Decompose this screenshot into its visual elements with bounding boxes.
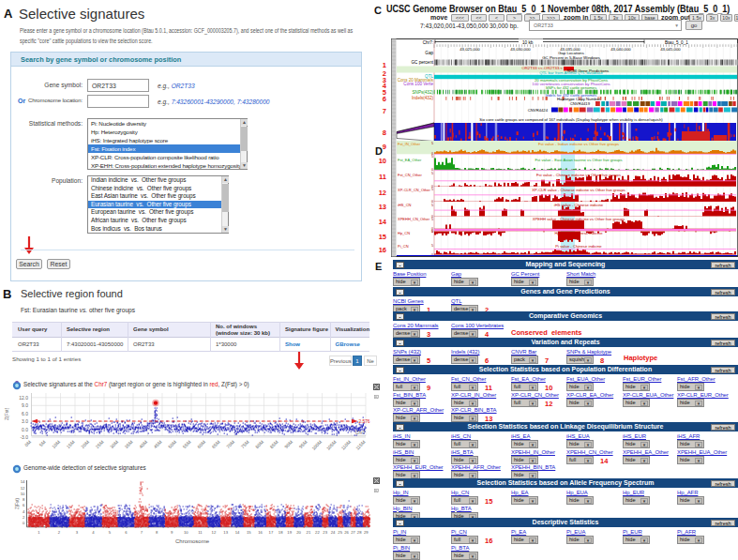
svg-text:14: 14 bbox=[21, 479, 25, 484]
svg-text:XP-CLR_CN_Other: XP-CLR_CN_Other bbox=[398, 188, 431, 192]
svg-text:100M: 100M bbox=[310, 439, 323, 451]
svg-text:12: 12 bbox=[21, 486, 25, 491]
svg-text:0.0: 0.0 bbox=[22, 427, 28, 432]
svg-text:iHS_CN: iHS_CN bbox=[398, 203, 412, 207]
svg-text:0: 0 bbox=[23, 521, 25, 525]
svg-text:4: 4 bbox=[23, 509, 25, 514]
svg-text:85M: 85M bbox=[269, 439, 279, 449]
svg-text:65M: 65M bbox=[211, 439, 221, 449]
svg-text:0M: 0M bbox=[23, 439, 32, 447]
svg-text:11: 11 bbox=[198, 530, 203, 535]
svg-text:12: 12 bbox=[212, 530, 217, 535]
svg-text:GC Percent in 5-Base Windows: GC Percent in 5-Base Windows bbox=[542, 55, 601, 60]
svg-text:105M: 105M bbox=[325, 439, 338, 451]
svg-text:35M: 35M bbox=[124, 439, 134, 449]
svg-text:19: 19 bbox=[287, 530, 292, 535]
svg-text:Fst value - East Asian taurine: Fst value - East Asian taurine vs Other … bbox=[535, 158, 622, 162]
svg-text:1: 1 bbox=[38, 530, 40, 535]
svg-text:70M: 70M bbox=[225, 439, 235, 449]
svg-text:Chr7:: Chr7: bbox=[423, 40, 433, 45]
svg-text:20M: 20M bbox=[80, 439, 90, 449]
svg-text:5: 5 bbox=[109, 530, 112, 535]
svg-text:5: 5 bbox=[431, 244, 433, 248]
svg-text:5: 5 bbox=[431, 142, 433, 145]
svg-text:10: 10 bbox=[184, 530, 188, 535]
svg-text:55M: 55M bbox=[182, 439, 192, 449]
svg-text:4: 4 bbox=[92, 530, 95, 535]
svg-text:27: 27 bbox=[351, 530, 355, 535]
svg-text:8: 8 bbox=[156, 530, 158, 535]
svg-text:XPEHH_CN_Other: XPEHH_CN_Other bbox=[398, 217, 430, 221]
svg-text:43,045,000: 43,045,000 bbox=[660, 47, 681, 52]
svg-text:23: 23 bbox=[323, 530, 327, 535]
svg-text:5: 5 bbox=[431, 218, 433, 221]
svg-text:5: 5 bbox=[431, 172, 433, 175]
svg-text:6: 6 bbox=[125, 530, 128, 535]
svg-text:95M: 95M bbox=[298, 439, 309, 449]
svg-text:iHS value - Chinese indicine: iHS value - Chinese indicine bbox=[554, 203, 604, 207]
svg-text:40M: 40M bbox=[138, 439, 148, 449]
svg-text:24: 24 bbox=[331, 530, 336, 535]
svg-text:9: 9 bbox=[171, 530, 173, 535]
svg-text:2.576: 2.576 bbox=[359, 419, 370, 424]
svg-text:Z(Fst): Z(Fst) bbox=[15, 498, 20, 509]
svg-text:2: 2 bbox=[23, 515, 25, 520]
svg-text:Pi value - Chinese indicine: Pi value - Chinese indicine bbox=[555, 244, 602, 249]
svg-text:25M: 25M bbox=[95, 439, 105, 449]
svg-text:2: 2 bbox=[58, 530, 61, 535]
svg-text:Six core cattle groups are com: Six core cattle groups are composed of 1… bbox=[479, 117, 663, 122]
svg-text:30M: 30M bbox=[109, 439, 119, 449]
svg-text:80M: 80M bbox=[254, 439, 264, 449]
svg-text:43,040,000: 43,040,000 bbox=[610, 47, 631, 52]
svg-text:XPEHH value - Chinese indicine: XPEHH value - Chinese indicine vs Other … bbox=[533, 217, 625, 221]
svg-text:6: 6 bbox=[23, 503, 25, 507]
svg-text:5M: 5M bbox=[38, 439, 47, 447]
svg-text:Btau_5_0_1: Btau_5_0_1 bbox=[665, 40, 688, 45]
svg-text:SNPs(432): SNPs(432) bbox=[413, 90, 434, 95]
svg-text:Chr7: Chr7 bbox=[355, 431, 366, 435]
svg-text:43,030,000: 43,030,000 bbox=[510, 47, 531, 52]
svg-text:Cons 100 Verte: Cons 100 Verte bbox=[403, 82, 433, 86]
svg-text:GC percent: GC percent bbox=[412, 60, 434, 65]
svg-text:5: 5 bbox=[431, 155, 433, 159]
svg-text:7: 7 bbox=[141, 530, 143, 535]
svg-text:0: 0 bbox=[431, 230, 433, 234]
svg-text:6.0: 6.0 bbox=[22, 411, 28, 416]
svg-text:12.0: 12.0 bbox=[19, 395, 28, 401]
svg-text:9.0: 9.0 bbox=[22, 402, 28, 408]
svg-text:Hp_CN: Hp_CN bbox=[398, 231, 410, 235]
svg-text:Chromosome: Chromosome bbox=[175, 538, 210, 544]
svg-text:20: 20 bbox=[296, 530, 301, 535]
svg-text:15: 15 bbox=[247, 530, 251, 535]
svg-text:3: 3 bbox=[76, 530, 79, 535]
svg-text:Indels(432): Indels(432) bbox=[412, 96, 433, 100]
svg-text:10M: 10M bbox=[51, 439, 61, 449]
svg-text:14: 14 bbox=[235, 530, 240, 535]
svg-text:Gap: Gap bbox=[425, 51, 433, 55]
svg-text:CNVR4424: CNVR4424 bbox=[528, 108, 549, 113]
svg-text:5: 5 bbox=[431, 204, 433, 207]
svg-text:Fst_EA_Other: Fst_EA_Other bbox=[398, 158, 422, 162]
svg-text:Hp value - Chinese indicine: Hp value - Chinese indicine bbox=[555, 231, 604, 235]
svg-text:25: 25 bbox=[338, 530, 342, 535]
svg-text:3.0: 3.0 bbox=[22, 418, 28, 424]
svg-text:29: 29 bbox=[364, 530, 369, 535]
svg-text:13: 13 bbox=[223, 530, 228, 535]
svg-text:Fst_CN_Other: Fst_CN_Other bbox=[398, 173, 422, 177]
svg-text:110M: 110M bbox=[339, 439, 352, 451]
svg-text:18: 18 bbox=[279, 530, 283, 535]
svg-text:Fst value - Chinese indicine v: Fst value - Chinese indicine vs Other fi… bbox=[536, 173, 621, 177]
svg-text:115M: 115M bbox=[354, 439, 367, 451]
svg-text:90M: 90M bbox=[283, 439, 294, 449]
svg-text:10 kb: 10 kb bbox=[522, 40, 534, 45]
svg-text:28: 28 bbox=[357, 530, 362, 535]
svg-text:Z(Fst): Z(Fst) bbox=[4, 407, 9, 420]
svg-text:Fst value - Indian indicine vs: Fst value - Indian indicine vs Other fiv… bbox=[538, 142, 619, 146]
svg-text:22: 22 bbox=[315, 530, 320, 535]
svg-text:Pi_CN: Pi_CN bbox=[398, 244, 409, 249]
svg-text:Fst_IN_Other: Fst_IN_Other bbox=[398, 142, 421, 146]
svg-text:16: 16 bbox=[258, 530, 263, 535]
svg-text:XP-CLR value - Chinese indicin: XP-CLR value - Chinese indicine vs Other… bbox=[532, 188, 625, 192]
svg-text:26: 26 bbox=[344, 530, 349, 535]
svg-text:8: 8 bbox=[23, 497, 25, 502]
